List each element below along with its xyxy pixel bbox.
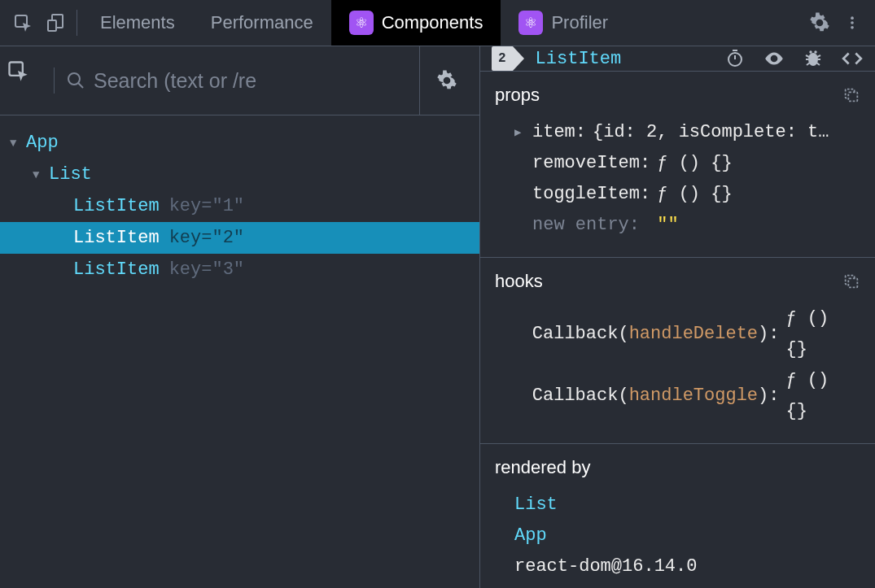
tab-elements[interactable]: Elements xyxy=(82,0,193,46)
component-tree-panel: ▼ App ▼ List ListItem key="1" ListItem k… xyxy=(0,46,480,588)
section-title: rendered by xyxy=(495,457,590,478)
svg-point-5 xyxy=(851,26,854,29)
key-label: key="1" xyxy=(169,196,244,216)
component-name: ListItem xyxy=(73,196,160,216)
prop-value: {id: 2, isComplete: t… xyxy=(593,117,829,148)
prop-row[interactable]: toggleItem: ƒ () {} xyxy=(514,179,860,210)
search-icon xyxy=(66,71,85,90)
rendered-by-row[interactable]: List xyxy=(514,490,860,520)
props-section: props ▶ item: {id: 2, isComplete: t… rem… xyxy=(480,72,875,258)
divider xyxy=(54,68,55,94)
tab-profiler[interactable]: ⚛ Profiler xyxy=(501,0,626,46)
tab-label: Profiler xyxy=(551,12,608,33)
component-name: ListItem xyxy=(73,259,160,280)
svg-point-20 xyxy=(814,50,816,53)
tree-node-listitem[interactable]: ListItem key="3" xyxy=(0,254,479,285)
prop-key: toggleItem xyxy=(532,179,640,210)
tree-toolbar xyxy=(0,46,479,115)
tab-components[interactable]: ⚛ Components xyxy=(331,0,501,46)
caret-down-icon: ▼ xyxy=(10,137,26,150)
view-source-icon[interactable] xyxy=(841,47,864,70)
selected-component-name: ListItem xyxy=(536,49,622,69)
tab-label: Performance xyxy=(211,12,313,33)
component-tree: ▼ App ▼ List ListItem key="1" ListItem k… xyxy=(0,115,479,285)
prop-row[interactable]: ▶ item: {id: 2, isComplete: t… xyxy=(514,117,860,148)
component-name: List xyxy=(49,164,92,185)
tab-label: Components xyxy=(382,12,483,33)
tree-node-list[interactable]: ▼ List xyxy=(0,159,479,190)
key-label: key="3" xyxy=(169,259,244,280)
render-count-badge: 2 xyxy=(492,46,513,71)
new-entry-row[interactable]: new entry: "" xyxy=(514,210,860,241)
svg-line-17 xyxy=(807,63,810,65)
hook-row[interactable]: Callback(handleToggle): ƒ () {} xyxy=(514,365,860,427)
svg-point-12 xyxy=(808,53,818,66)
prop-row[interactable]: removeItem: ƒ () {} xyxy=(514,148,860,179)
copy-icon[interactable] xyxy=(842,86,860,104)
inspector-header: 2 ListItem xyxy=(480,46,875,72)
svg-line-18 xyxy=(816,63,820,65)
key-label: key="2" xyxy=(169,228,244,248)
caret-down-icon: ▼ xyxy=(33,168,49,181)
prop-key: removeItem xyxy=(532,148,640,179)
svg-point-19 xyxy=(809,50,812,53)
svg-rect-21 xyxy=(848,92,857,101)
settings-icon[interactable] xyxy=(803,7,836,39)
svg-point-4 xyxy=(851,21,854,24)
inspect-element-icon[interactable] xyxy=(7,7,39,39)
section-title: props xyxy=(495,85,540,106)
tree-node-listitem[interactable]: ListItem key="2" xyxy=(0,222,479,254)
rendered-by-section: rendered by List App react-dom@16.14.0 xyxy=(480,444,875,588)
hook-key: Callback(handleDelete) xyxy=(532,319,768,350)
devtools-topbar: Elements Performance ⚛ Components ⚛ Prof… xyxy=(0,0,875,46)
section-title: hooks xyxy=(495,271,543,292)
hook-key: Callback(handleToggle) xyxy=(532,381,768,412)
select-element-icon[interactable] xyxy=(7,59,49,102)
component-name: App xyxy=(26,133,59,153)
hooks-section: hooks Callback(handleDelete): ƒ () {} Ca… xyxy=(480,258,875,444)
search-wrap xyxy=(59,69,419,93)
svg-rect-22 xyxy=(848,278,857,287)
hook-value: ƒ () {} xyxy=(785,303,860,365)
caret-right-icon: ▶ xyxy=(514,117,532,148)
svg-point-3 xyxy=(851,16,854,20)
divider xyxy=(77,10,77,36)
new-entry-value: "" xyxy=(657,210,678,241)
prop-value: ƒ () {} xyxy=(657,179,732,210)
svg-line-13 xyxy=(806,55,809,57)
tree-node-listitem[interactable]: ListItem key="1" xyxy=(0,190,479,222)
rendered-by-row[interactable]: App xyxy=(514,520,860,551)
bug-icon[interactable] xyxy=(802,47,825,70)
device-toolbar-icon[interactable] xyxy=(39,7,72,39)
react-version: react-dom@16.14.0 xyxy=(514,551,860,582)
tab-label: Elements xyxy=(100,12,175,33)
hook-value: ƒ () {} xyxy=(785,365,860,427)
prop-value: ƒ () {} xyxy=(657,148,732,179)
inspector-panel: 2 ListItem props ▶ item: {id: 2, isCompl… xyxy=(480,46,875,588)
tree-node-app[interactable]: ▼ App xyxy=(0,127,479,159)
more-menu-icon[interactable] xyxy=(836,7,868,39)
tree-settings-icon[interactable] xyxy=(419,46,473,115)
svg-rect-2 xyxy=(48,20,56,31)
eye-icon[interactable] xyxy=(763,47,785,70)
hook-row[interactable]: Callback(handleDelete): ƒ () {} xyxy=(514,303,860,365)
react-icon: ⚛ xyxy=(518,11,543,35)
suspend-icon[interactable] xyxy=(724,47,746,70)
search-input[interactable] xyxy=(94,69,413,93)
new-entry-label: new entry xyxy=(532,210,629,241)
tab-performance[interactable]: Performance xyxy=(193,0,331,46)
tabs: Elements Performance ⚛ Components ⚛ Prof… xyxy=(82,0,626,46)
copy-icon[interactable] xyxy=(842,272,860,290)
react-icon: ⚛ xyxy=(349,11,374,35)
component-name: ListItem xyxy=(73,228,160,248)
svg-point-7 xyxy=(68,73,80,85)
svg-line-14 xyxy=(817,55,820,57)
svg-line-8 xyxy=(78,83,83,88)
prop-key: item xyxy=(532,117,575,148)
